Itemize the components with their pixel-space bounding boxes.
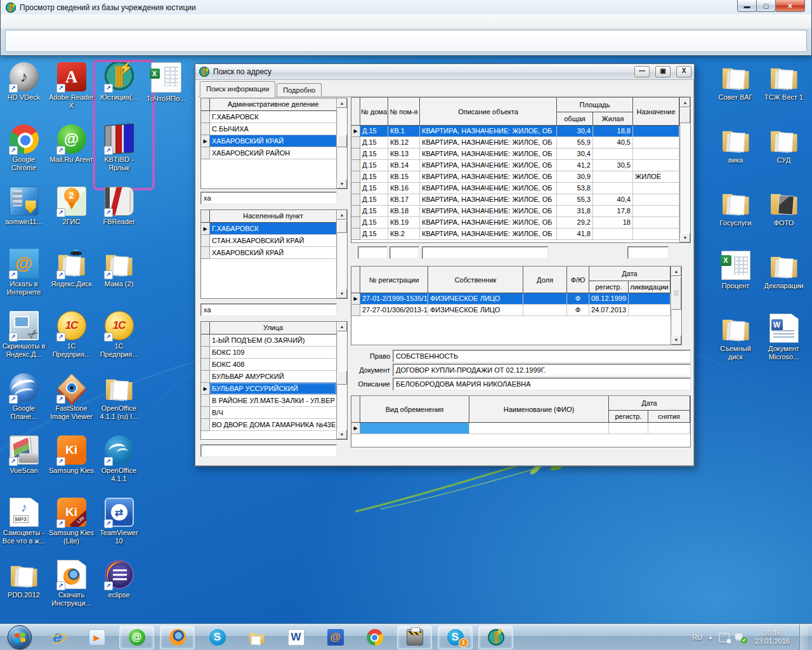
col-date-reg[interactable]: регистр. (609, 411, 648, 423)
minimize-button[interactable]: ▬ (737, 0, 757, 12)
desktop-icon[interactable]: Скачать Инструкци... (48, 559, 95, 621)
dialog-titlebar[interactable]: Поиск по адресу — ▣ X (195, 64, 694, 80)
desktop-icon[interactable]: Adobe Reader X (48, 61, 95, 123)
object-row[interactable]: Д.15 КВ.13 КВАРТИРА, НАЗНАЧЕНИЕ: ЖИЛОЕ, … (351, 149, 679, 160)
desktop-icon[interactable]: VueScan (0, 434, 48, 496)
network-status-icon[interactable] (735, 633, 745, 642)
scroll-thumb[interactable] (337, 220, 347, 233)
scroll-down-icon[interactable]: ▼ (680, 233, 690, 242)
detail-field-value[interactable]: ДОГОВОР КУПЛИ-ПРОДАЖИ ОТ 02.12.1999Г. (393, 364, 691, 376)
desktop-icon[interactable]: Скриншоты в Яндекс.Д... (0, 310, 48, 372)
desktop-icon[interactable]: Samsung Kies (48, 434, 95, 496)
object-row[interactable]: Д.15 КВ.15 КВАРТИРА, НАЗНАЧЕНИЕ: ЖИЛОЕ, … (351, 171, 679, 183)
show-desktop-button[interactable] (799, 625, 808, 650)
scroll-thumb[interactable] (680, 108, 690, 123)
dialog-minimize-button[interactable]: — (634, 66, 650, 77)
tab-search-info[interactable]: Поиск информации (200, 81, 275, 97)
list-item[interactable]: БОКС 109 (201, 347, 336, 359)
settlement-filter-input[interactable] (200, 303, 337, 316)
filter-unit-input[interactable] (390, 246, 419, 259)
desktop-icon[interactable]: Искать в Интернете (0, 248, 48, 310)
object-row[interactable]: Д.15 КВ.14 КВАРТИРА, НАЗНАЧЕНИЕ: ЖИЛОЕ, … (351, 160, 679, 171)
desktop-icon[interactable]: 1С Предприя... (95, 310, 143, 372)
object-row[interactable]: Д.15 КВ.1 КВАРТИРА, НАЗНАЧЕНИЕ: ЖИЛОЕ, О… (351, 126, 679, 137)
desktop-icon[interactable]: aomwin11... (0, 185, 48, 248)
start-button[interactable] (8, 625, 32, 649)
desktop-icon[interactable]: ТСЖ Вест 1 (760, 61, 808, 124)
taskbar-button[interactable]: 1 (438, 625, 473, 649)
dialog-maximize-button[interactable]: ▣ (655, 66, 671, 77)
taskbar-button[interactable] (397, 625, 432, 649)
object-row[interactable]: Д.15 КВ.18 КВАРТИРА, НАЗНАЧЕНИЕ: ЖИЛОЕ, … (351, 206, 679, 217)
list-item[interactable]: В/Ч (201, 407, 336, 419)
object-row[interactable]: Д.15 КВ.19 КВАРТИРА, НАЗНАЧЕНИЕ: ЖИЛОЕ, … (351, 217, 679, 229)
desktop-icon[interactable]: Юстиция(... (95, 61, 143, 123)
list-item[interactable]: БОКС 408 (201, 359, 336, 371)
col-area-living[interactable]: Жилая (593, 112, 633, 126)
col-reg-number[interactable]: № регистрации (360, 267, 428, 293)
scroll-thumb[interactable] (337, 135, 347, 147)
col-unit[interactable]: № пом-я (388, 98, 420, 126)
desktop-icon[interactable]: FBReader (95, 185, 143, 248)
desktop-icon[interactable]: Google Плане... (0, 372, 48, 434)
list-item[interactable]: В РАЙОНЕ УЛ.МАТЕ-ЗАЛКИ - УЛ.ВЕР (201, 395, 336, 407)
col-description[interactable]: Описание объекта (420, 98, 557, 126)
col-date-removal[interactable]: снятия (648, 411, 690, 423)
taskbar-button[interactable] (478, 625, 513, 649)
desktop-icon[interactable]: HD VDeck (0, 61, 48, 123)
desktop-icon[interactable]: FastStone Image Viewer (48, 372, 95, 434)
desktop-icon[interactable]: Яндекс.Диск (48, 248, 95, 310)
registration-row[interactable]: 27-27-01/306/2013-16 ФИЗИЧЕСКОЕ ЛИЦО Ф 2… (351, 305, 671, 316)
desktop-icon[interactable]: Съемный диск (712, 312, 759, 375)
scroll-down-icon[interactable]: ▼ (337, 430, 347, 439)
list-item[interactable]: Г.ХАБАРОВСК (201, 223, 336, 235)
scroll-thumb[interactable] (337, 371, 347, 385)
settlement-list-scrollbar[interactable]: ▲ ▼ (336, 210, 347, 298)
clock[interactable]: 20:16 23.01.2016 (751, 629, 794, 646)
col-share[interactable]: Доля (523, 267, 567, 293)
taskbar-button[interactable] (358, 626, 391, 649)
desktop-icon[interactable]: Декларации (760, 249, 808, 312)
taskbar-button[interactable] (41, 626, 74, 649)
object-row[interactable]: Д.15 КВ.17 КВАРТИРА, НАЗНАЧЕНИЕ: ЖИЛОЕ, … (351, 194, 679, 206)
col-date-reg[interactable]: регистр. (589, 281, 629, 293)
desktop-icon[interactable]: вика (712, 124, 759, 187)
scroll-up-icon[interactable]: ▲ (680, 98, 690, 107)
col-date-liq[interactable]: ликвидации (629, 281, 671, 293)
detail-field-value[interactable]: БЕЛОБОРОДОВА МАРИЯ НИКОЛАЕВНА (393, 378, 691, 390)
desktop-icon[interactable]: Документ Microso... (760, 312, 808, 375)
taskbar-button[interactable] (240, 626, 273, 649)
desktop-icon[interactable]: KBTIBD - Ярлык (95, 123, 143, 185)
desktop-icon[interactable]: Мама (2) (95, 248, 143, 310)
list-item[interactable]: ХАБАРОВСКИЙ КРАЙ (201, 135, 336, 147)
list-item[interactable]: ХАБАРОВСКИЙ КРАЙ (201, 247, 336, 259)
col-area-total[interactable]: общая (557, 112, 593, 126)
admin-list-scrollbar[interactable]: ▲ ▼ (336, 98, 347, 189)
scroll-thumb[interactable] (671, 277, 681, 310)
desktop-icon[interactable]: 1С Предприя... (48, 310, 95, 372)
scroll-down-icon[interactable]: ▼ (671, 335, 681, 345)
col-purpose[interactable]: Назначение (633, 98, 679, 126)
desktop-icon[interactable]: ФОТО (760, 187, 808, 249)
hidden-icons-arrow[interactable]: ▲ (708, 635, 713, 640)
desktop-icon[interactable]: Samsung Kies (Lite) (48, 496, 95, 559)
list-item[interactable]: 1-ЫЙ ПОДЪЕМ (О.ЗАЯЧИЙ) (201, 335, 336, 347)
scroll-up-icon[interactable]: ▲ (671, 267, 681, 276)
col-fyu[interactable]: Ф/Ю (567, 267, 589, 293)
street-list-scrollbar[interactable]: ▲ ▼ (336, 322, 347, 439)
removable-device-icon[interactable] (719, 633, 730, 642)
menu-item[interactable] (4, 15, 18, 29)
list-item[interactable]: ХАБАРОВСКИЙ РАЙОН (201, 147, 336, 159)
main-window-titlebar[interactable]: Просмотр сведений из базы учреждения юст… (1, 0, 811, 15)
object-row[interactable]: Д.15 КВ.2 КВАРТИРА, НАЗНАЧЕНИЕ: ЖИЛОЕ, О… (351, 229, 679, 240)
taskbar-button[interactable] (160, 625, 195, 649)
filter-purpose-input[interactable] (627, 246, 669, 259)
object-row[interactable]: Д.15 КВ.16 КВАРТИРА, НАЗНАЧЕНИЕ: ЖИЛОЕ, … (351, 183, 679, 194)
registrations-table-scrollbar[interactable]: ▲ ▼ (671, 267, 681, 345)
filter-description-input[interactable] (422, 246, 548, 259)
desktop-icon[interactable]: Госуслуги (712, 187, 759, 249)
encumbrance-row[interactable] (351, 423, 690, 434)
language-indicator[interactable]: RU (692, 633, 702, 641)
scroll-down-icon[interactable]: ▼ (337, 289, 347, 298)
scroll-up-icon[interactable]: ▲ (337, 322, 347, 331)
